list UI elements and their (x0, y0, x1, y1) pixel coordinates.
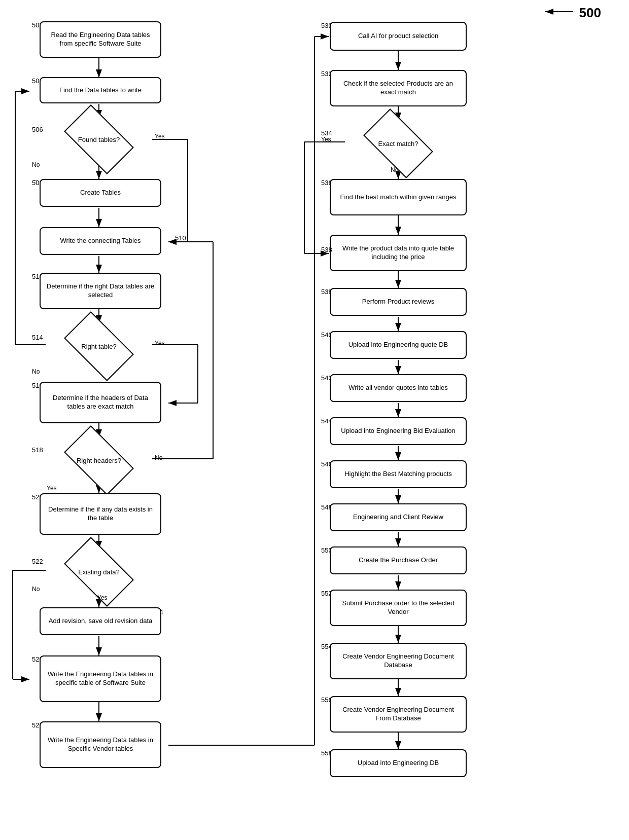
step-506-no-label: No (32, 161, 40, 168)
step-518-label: 518 (32, 446, 43, 454)
step-524: Add revision, save old revision data (40, 607, 161, 635)
step-552: Submit Purchase order to the selected Ve… (330, 590, 467, 626)
step-506-label: 506 (32, 126, 43, 133)
step-514-no-label: No (32, 368, 40, 375)
step-520: Determine if the if any data exists in t… (40, 493, 161, 535)
step-522-diamond: Existing data? (46, 549, 152, 595)
step-522-yes-label: Yes (97, 594, 108, 601)
step-548: Engineering and Client Review (330, 503, 467, 531)
figure-label: 500 (579, 5, 601, 21)
fig-arrow-svg (543, 4, 578, 19)
step-530: Call AI for product selection (330, 22, 467, 51)
step-546: Highlight the Best Matching products (330, 460, 467, 488)
step-556: Create Vendor Engineering Document From … (330, 696, 467, 733)
step-504: Find the Data tables to write (40, 77, 161, 103)
step-532: Check if the selected Products are an ex… (330, 70, 467, 106)
step-514-diamond: Right table? (46, 323, 152, 369)
step-522-no-label: No (32, 586, 40, 593)
step-502: Read the Engineering Data tables from sp… (40, 21, 161, 58)
step-516: Determine if the headers of Data tables … (40, 382, 161, 423)
diagram-container: 500 (0, 0, 629, 840)
step-558: Upload into Engineering DB (330, 749, 467, 777)
step-518-yes-label: Yes (47, 485, 57, 492)
step-509: Write the connecting Tables (40, 227, 161, 255)
step-514-label: 514 (32, 334, 43, 341)
step-506-yes-label: Yes (155, 133, 165, 140)
step-526: Write the Engineering Data tables in spe… (40, 655, 161, 702)
step-518-diamond: Right headers? (46, 437, 152, 483)
step-534-no-label: No (391, 166, 398, 173)
step-554: Create Vendor Engineering Document Datab… (330, 643, 467, 679)
step-510-label: 510 (175, 234, 186, 242)
step-528: Write the Engineering Data tables in Spe… (40, 721, 161, 768)
step-522-label: 522 (32, 558, 43, 565)
step-538: Perform Product reviews (330, 288, 467, 316)
step-538-label: 538 (321, 246, 332, 253)
step-512: Determine if the right Data tables are s… (40, 273, 161, 309)
step-518-text: Right headers? (77, 457, 121, 464)
step-508: Create Tables (40, 179, 161, 207)
step-518-no-label: No (155, 454, 162, 461)
step-514-text: Right table? (81, 343, 116, 350)
step-550: Create the Purchase Order (330, 546, 467, 574)
step-506-text: Found tables? (78, 136, 120, 143)
step-544: Upload into Engineering Bid Evaluation (330, 417, 467, 445)
step-534-yes-label: Yes (321, 136, 331, 143)
step-506-diamond: Found tables? (46, 117, 152, 162)
step-514-yes-label: Yes (155, 340, 165, 347)
step-537: Write the product data into quote table … (330, 235, 467, 271)
step-522-text: Existing data? (78, 568, 120, 576)
step-534-text: Exact match? (378, 140, 418, 148)
step-540: Upload into Engineering quote DB (330, 331, 467, 359)
step-536: Find the best match within given ranges (330, 179, 467, 215)
step-534-diamond: Exact match? (345, 121, 451, 166)
step-508-curve: ⌒ (32, 179, 39, 188)
step-542: Write all vendor quotes into tables (330, 374, 467, 402)
